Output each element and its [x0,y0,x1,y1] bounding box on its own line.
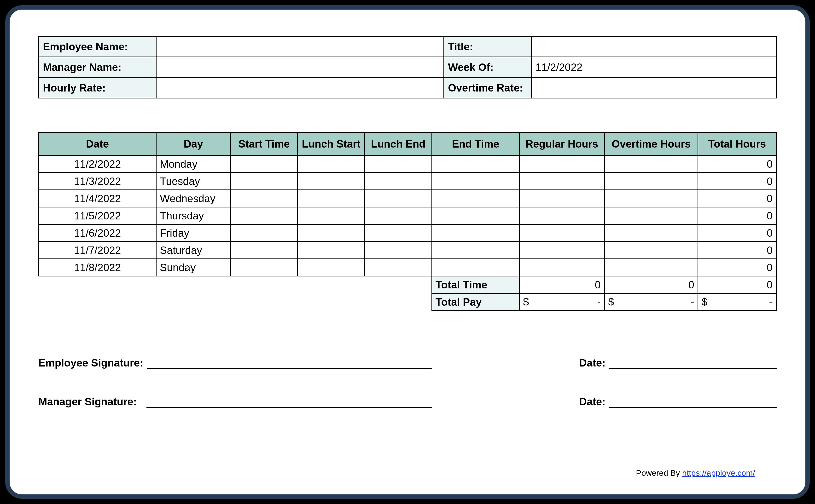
cell-lunch-start[interactable] [298,259,365,276]
week-of-value[interactable]: 11/2/2022 [532,57,776,78]
table-row: 11/6/2022Friday0 [39,224,776,242]
hourly-rate-label: Hourly Rate: [39,78,156,98]
table-row: 11/5/2022Thursday0 [39,207,776,224]
cell-day[interactable]: Tuesday [156,173,231,190]
cell-day[interactable]: Thursday [156,207,231,224]
cell-total: 0 [698,242,776,259]
info-table: Employee Name: Title: Manager Name: Week… [38,36,777,98]
col-date: Date [39,132,156,155]
cell-start[interactable] [231,155,298,173]
footer: Powered By https://apploye.com/ [636,468,755,478]
cell-day[interactable]: Wednesday [156,190,231,207]
employee-date-line[interactable] [609,356,777,369]
cell-lunch-end[interactable] [365,155,432,173]
cell-reg[interactable] [520,173,605,190]
cell-day[interactable]: Friday [156,224,231,242]
cell-end[interactable] [432,190,520,207]
cell-date[interactable]: 11/4/2022 [39,190,156,207]
cell-date[interactable]: 11/7/2022 [39,242,156,259]
manager-signature-line[interactable] [146,395,432,408]
cell-end[interactable] [432,155,520,173]
cell-total: 0 [698,207,776,224]
table-row: 11/2/2022Monday0 [39,155,776,173]
cell-lunch-end[interactable] [365,190,432,207]
cell-ot[interactable] [605,224,698,242]
cell-end[interactable] [432,259,520,276]
cell-end[interactable] [432,207,520,224]
cell-start[interactable] [231,242,298,259]
cell-date[interactable]: 11/5/2022 [39,207,156,224]
col-total-hours: Total Hours [698,132,776,155]
cell-total: 0 [698,173,776,190]
cell-ot[interactable] [605,242,698,259]
cell-lunch-end[interactable] [365,173,432,190]
table-row: 11/3/2022Tuesday0 [39,173,776,190]
employee-date-label: Date: [579,357,606,369]
cell-start[interactable] [231,224,298,242]
cell-ot[interactable] [605,259,698,276]
cell-lunch-end[interactable] [365,207,432,224]
total-pay-label: Total Pay [432,293,520,311]
cell-total: 0 [698,155,776,173]
cell-lunch-end[interactable] [365,242,432,259]
cell-total: 0 [698,259,776,276]
total-ot-pay: $- [605,293,698,311]
cell-day[interactable]: Sunday [156,259,231,276]
week-of-label: Week Of: [444,57,532,78]
manager-signature-label: Manager Signature: [38,396,137,408]
cell-lunch-start[interactable] [298,173,365,190]
total-reg-time: 0 [520,276,605,293]
col-end-time: End Time [432,132,520,155]
employee-name-label: Employee Name: [39,36,156,57]
cell-reg[interactable] [520,259,605,276]
cell-end[interactable] [432,224,520,242]
overtime-rate-label: Overtime Rate: [444,78,532,98]
cell-date[interactable]: 11/3/2022 [39,173,156,190]
col-overtime-hours: Overtime Hours [605,132,698,155]
cell-reg[interactable] [520,224,605,242]
cell-ot[interactable] [605,190,698,207]
cell-lunch-start[interactable] [298,155,365,173]
cell-total: 0 [698,190,776,207]
cell-ot[interactable] [605,173,698,190]
cell-date[interactable]: 11/8/2022 [39,259,156,276]
cell-lunch-start[interactable] [298,207,365,224]
apploye-link[interactable]: https://apploye.com/ [682,468,755,477]
cell-reg[interactable] [520,190,605,207]
manager-name-label: Manager Name: [39,57,156,78]
cell-reg[interactable] [520,242,605,259]
timesheet-table: Date Day Start Time Lunch Start Lunch En… [38,132,777,311]
cell-end[interactable] [432,242,520,259]
cell-start[interactable] [231,190,298,207]
hourly-rate-value[interactable] [156,78,444,98]
cell-lunch-end[interactable] [365,259,432,276]
cell-start[interactable] [231,173,298,190]
timesheet-document: Employee Name: Title: Manager Name: Week… [5,5,810,499]
cell-end[interactable] [432,173,520,190]
col-day: Day [156,132,231,155]
cell-ot[interactable] [605,155,698,173]
cell-lunch-end[interactable] [365,224,432,242]
cell-total: 0 [698,224,776,242]
cell-lunch-start[interactable] [298,224,365,242]
manager-date-line[interactable] [609,395,777,408]
cell-day[interactable]: Saturday [156,242,231,259]
total-ot-time: 0 [605,276,698,293]
manager-name-value[interactable] [156,57,444,78]
cell-reg[interactable] [520,207,605,224]
title-value[interactable] [532,36,776,57]
employee-signature-line[interactable] [147,356,432,369]
cell-day[interactable]: Monday [156,155,231,173]
cell-lunch-start[interactable] [298,242,365,259]
cell-ot[interactable] [605,207,698,224]
cell-date[interactable]: 11/2/2022 [39,155,156,173]
overtime-rate-value[interactable] [532,78,776,98]
cell-reg[interactable] [520,155,605,173]
cell-start[interactable] [231,207,298,224]
employee-name-value[interactable] [156,36,444,57]
signature-block: Employee Signature: Date: Manager Signat… [38,356,777,408]
cell-lunch-start[interactable] [298,190,365,207]
col-lunch-start: Lunch Start [298,132,365,155]
cell-date[interactable]: 11/6/2022 [39,224,156,242]
cell-start[interactable] [231,259,298,276]
